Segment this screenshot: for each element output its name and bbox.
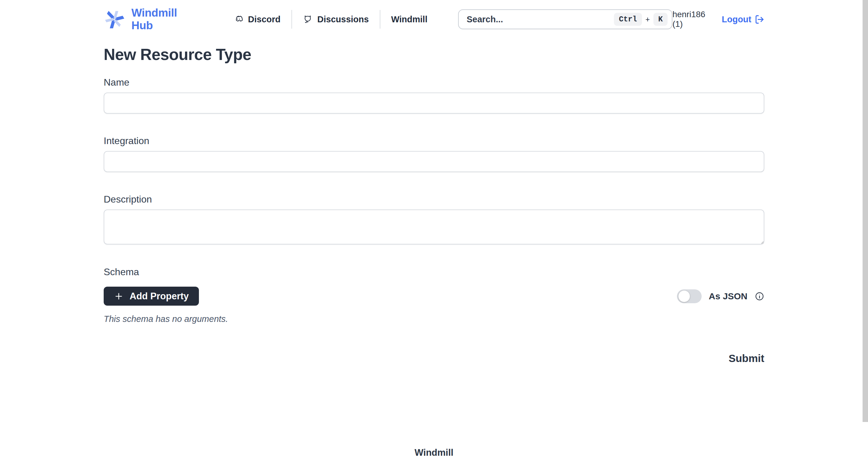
submit-button[interactable]: Submit bbox=[728, 352, 764, 365]
name-input[interactable] bbox=[104, 93, 764, 114]
field-integration: Integration bbox=[104, 135, 764, 172]
as-json-group: As JSON bbox=[677, 289, 764, 303]
search-shortcut: Ctrl + K bbox=[614, 13, 668, 26]
nav-item-windmill[interactable]: Windmill bbox=[391, 14, 428, 24]
submit-row: Submit bbox=[104, 352, 764, 365]
discord-icon bbox=[234, 14, 243, 24]
nav-item-discord[interactable]: Discord bbox=[234, 14, 281, 24]
username: henri186 (1) bbox=[673, 10, 714, 29]
kbd-ctrl: Ctrl bbox=[614, 13, 642, 26]
integration-label: Integration bbox=[104, 135, 764, 147]
brand-title: Windmill Hub bbox=[131, 7, 197, 32]
schema-label: Schema bbox=[104, 267, 764, 278]
integration-input[interactable] bbox=[104, 151, 764, 172]
scrollbar-thumb[interactable] bbox=[863, 0, 868, 422]
footer: Windmill bbox=[0, 447, 868, 458]
schema-toolbar: Add Property As JSON bbox=[104, 287, 764, 306]
add-property-label: Add Property bbox=[130, 291, 189, 302]
description-textarea[interactable] bbox=[104, 210, 764, 245]
github-discussions-icon bbox=[303, 14, 313, 24]
as-json-label: As JSON bbox=[709, 291, 747, 302]
brand-home-link[interactable]: Windmill Hub bbox=[104, 6, 197, 33]
nav-item-label: Windmill bbox=[391, 14, 428, 24]
header: Windmill Hub Discord Discussions bbox=[0, 0, 868, 39]
search-box: Ctrl + K bbox=[458, 9, 673, 29]
kbd-plus: + bbox=[646, 15, 650, 24]
field-name: Name bbox=[104, 77, 764, 114]
kbd-k: K bbox=[653, 13, 668, 26]
name-label: Name bbox=[104, 77, 764, 88]
footer-windmill-link[interactable]: Windmill bbox=[415, 447, 454, 458]
main-nav: Discord Discussions Windmill bbox=[234, 10, 427, 29]
nav-item-label: Discord bbox=[248, 14, 281, 24]
nav-divider bbox=[380, 10, 380, 29]
plus-icon bbox=[114, 291, 124, 301]
as-json-toggle[interactable] bbox=[677, 289, 702, 303]
logout-label: Logout bbox=[722, 14, 751, 24]
schema-empty-text: This schema has no arguments. bbox=[104, 314, 764, 324]
logout-icon bbox=[754, 14, 764, 24]
info-icon[interactable] bbox=[755, 291, 764, 301]
windmill-logo-icon bbox=[104, 6, 125, 33]
header-inner: Windmill Hub Discord Discussions bbox=[104, 0, 764, 39]
add-property-button[interactable]: Add Property bbox=[104, 287, 199, 306]
toggle-knob bbox=[678, 290, 690, 302]
nav-item-discussions[interactable]: Discussions bbox=[303, 14, 369, 24]
field-description: Description bbox=[104, 194, 764, 245]
main-content: New Resource Type Name Integration Descr… bbox=[104, 45, 764, 365]
nav-divider bbox=[291, 10, 292, 29]
logout-link[interactable]: Logout bbox=[722, 14, 764, 24]
nav-item-label: Discussions bbox=[317, 14, 369, 24]
description-label: Description bbox=[104, 194, 764, 205]
user-area: henri186 (1) Logout bbox=[673, 10, 764, 29]
page-title: New Resource Type bbox=[104, 45, 764, 64]
